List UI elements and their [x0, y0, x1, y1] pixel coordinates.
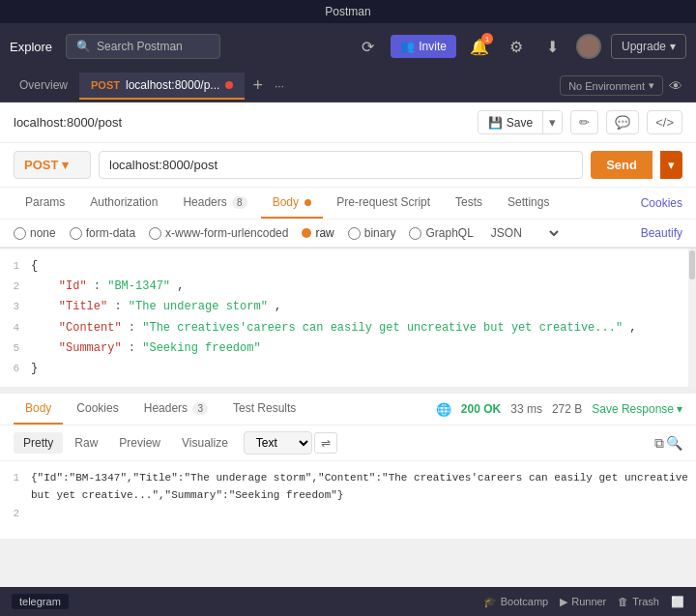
- wrap-icon: ⇌: [321, 436, 331, 450]
- comment-icon-btn[interactable]: 💬: [606, 110, 639, 134]
- edit-icon-btn[interactable]: ✏: [570, 110, 598, 134]
- prerequest-tab[interactable]: Pre-request Script: [325, 188, 442, 219]
- statusbar-telegram: telegram: [12, 594, 69, 609]
- none-radio[interactable]: [14, 227, 26, 240]
- bootcamp-button[interactable]: 🎓 Bootcamp: [483, 596, 549, 608]
- body-options: none form-data x-www-form-urlencoded raw…: [0, 220, 696, 248]
- response-cookies-tab[interactable]: Cookies: [65, 394, 130, 425]
- search-in-response-icon: 🔍: [666, 435, 682, 451]
- url-breadcrumb: localhost:8000/post 💾 Save ▾ ✏ 💬 </>: [0, 103, 696, 143]
- add-tab-button[interactable]: +: [245, 75, 271, 96]
- code-editor-container: 1 { 2 "Id" : "BM-1347" , 3 "Title" : "Th…: [0, 249, 696, 388]
- headers-badge: 8: [232, 196, 247, 209]
- response-size: 272 B: [552, 402, 582, 416]
- url-input[interactable]: [99, 151, 583, 179]
- send-button[interactable]: Send: [591, 151, 652, 179]
- tests-tab[interactable]: Tests: [444, 188, 494, 219]
- runner-button[interactable]: ▶ Runner: [560, 596, 606, 608]
- code-line-6: 6 }: [0, 359, 696, 379]
- tab-method: POST: [91, 79, 120, 91]
- code-line-2: 2 "Id" : "BM-1347" ,: [0, 277, 696, 297]
- headers-tab[interactable]: Headers 8: [171, 188, 258, 219]
- top-nav: Explore 🔍 Search Postman ⟳ 👥 Invite 🔔 1 …: [0, 23, 696, 70]
- params-tab[interactable]: Params: [14, 188, 76, 219]
- search-bar[interactable]: 🔍 Search Postman: [66, 34, 220, 59]
- save-response-button[interactable]: Save Response ▾: [592, 402, 682, 416]
- trash-icon: 🗑: [618, 596, 628, 607]
- response-test-results-tab[interactable]: Test Results: [221, 394, 307, 425]
- editor-scrollbar-thumb: [689, 250, 695, 279]
- ellipsis-icon: ···: [275, 79, 284, 93]
- sync-icon-btn[interactable]: ⟳: [354, 33, 381, 60]
- binary-radio[interactable]: [348, 227, 361, 240]
- search-placeholder: Search Postman: [97, 40, 183, 53]
- graphql-option[interactable]: GraphQL: [409, 226, 473, 240]
- settings-icon-btn[interactable]: ⚙: [503, 33, 530, 60]
- raw-option[interactable]: raw: [302, 226, 334, 240]
- search-in-response-button[interactable]: 🔍: [666, 435, 682, 451]
- format-selector[interactable]: JSON Text JavaScript HTML XML: [487, 225, 562, 241]
- method-selector[interactable]: POST ▾: [14, 151, 91, 179]
- code-icon-btn[interactable]: </>: [647, 110, 682, 134]
- invite-button[interactable]: 👥 Invite: [391, 35, 456, 58]
- pretty-tab[interactable]: Pretty: [14, 432, 63, 454]
- notification-icon-btn[interactable]: 🔔 1: [466, 33, 493, 60]
- authorization-tab[interactable]: Authorization: [78, 188, 169, 219]
- response-headers-tab[interactable]: Headers 3: [132, 394, 219, 425]
- urlencoded-radio[interactable]: [149, 227, 161, 240]
- active-request-tab[interactable]: POST localhost:8000/p...: [79, 73, 245, 100]
- env-chevron: ▾: [649, 79, 654, 92]
- more-tabs-button[interactable]: ···: [271, 79, 288, 93]
- save-dropdown-button[interactable]: ▾: [542, 111, 562, 133]
- upgrade-chevron: ▾: [670, 40, 676, 53]
- body-modified-dot: [304, 199, 311, 206]
- save-response-chevron: ▾: [677, 402, 682, 416]
- cookies-link[interactable]: Cookies: [641, 196, 682, 210]
- settings-tab[interactable]: Settings: [496, 188, 561, 219]
- avatar[interactable]: [576, 34, 601, 59]
- download-icon: ⬇: [546, 38, 559, 56]
- save-icon: 💾: [488, 116, 503, 130]
- environment-selector[interactable]: No Environment ▾: [560, 75, 663, 96]
- trash-button[interactable]: 🗑 Trash: [618, 596, 659, 607]
- body-tab[interactable]: Body: [261, 188, 324, 219]
- bootcamp-icon: 🎓: [483, 596, 497, 608]
- send-dropdown-button[interactable]: ▾: [660, 151, 682, 179]
- code-line-4: 4 "Content" : "The creatives'careers can…: [0, 318, 696, 338]
- raw-tab[interactable]: Raw: [65, 432, 107, 454]
- response-format-selector[interactable]: Text JSON HTML XML: [244, 431, 312, 455]
- response-body-tab[interactable]: Body: [14, 394, 63, 425]
- response-time: 33 ms: [510, 402, 542, 416]
- overview-tab[interactable]: Overview: [8, 73, 79, 100]
- editor-scrollbar[interactable]: [688, 249, 696, 388]
- beautify-button[interactable]: Beautify: [641, 226, 682, 240]
- urlencoded-option[interactable]: x-www-form-urlencoded: [149, 226, 288, 240]
- tab-bar: Overview POST localhost:8000/p... + ··· …: [0, 70, 696, 103]
- explore-label[interactable]: Explore: [10, 40, 52, 54]
- env-eye-button[interactable]: 👁: [663, 78, 688, 94]
- status-bar: telegram 🎓 Bootcamp ▶ Runner 🗑 Trash ⬜: [0, 587, 696, 616]
- breadcrumb-url: localhost:8000/post: [14, 115, 122, 130]
- preview-tab[interactable]: Preview: [109, 432, 170, 454]
- copy-button[interactable]: ⧉: [654, 435, 664, 452]
- save-btn-group: 💾 Save ▾: [478, 110, 563, 134]
- code-editor[interactable]: 1 { 2 "Id" : "BM-1347" , 3 "Title" : "Th…: [0, 249, 696, 388]
- method-url-row: POST ▾ Send ▾: [0, 143, 696, 188]
- unsaved-indicator: [225, 81, 233, 89]
- comment-icon: 💬: [615, 115, 630, 130]
- method-label: POST: [24, 158, 58, 172]
- save-button[interactable]: 💾 Save: [478, 112, 542, 133]
- response-area: Body Cookies Headers 3 Test Results 🌐 20…: [0, 392, 696, 539]
- upgrade-button[interactable]: Upgrade ▾: [611, 34, 686, 59]
- updates-icon-btn[interactable]: ⬇: [539, 33, 566, 60]
- form-data-option[interactable]: form-data: [70, 226, 135, 240]
- none-option[interactable]: none: [14, 226, 56, 240]
- invite-icon: 👥: [400, 40, 415, 53]
- form-data-radio[interactable]: [70, 227, 82, 240]
- expand-button[interactable]: ⬜: [671, 596, 684, 608]
- wrap-icon-btn[interactable]: ⇌: [314, 432, 337, 454]
- visualize-tab[interactable]: Visualize: [172, 432, 238, 454]
- binary-option[interactable]: binary: [348, 226, 396, 240]
- graphql-radio[interactable]: [409, 227, 421, 240]
- copy-icon: ⧉: [654, 435, 664, 451]
